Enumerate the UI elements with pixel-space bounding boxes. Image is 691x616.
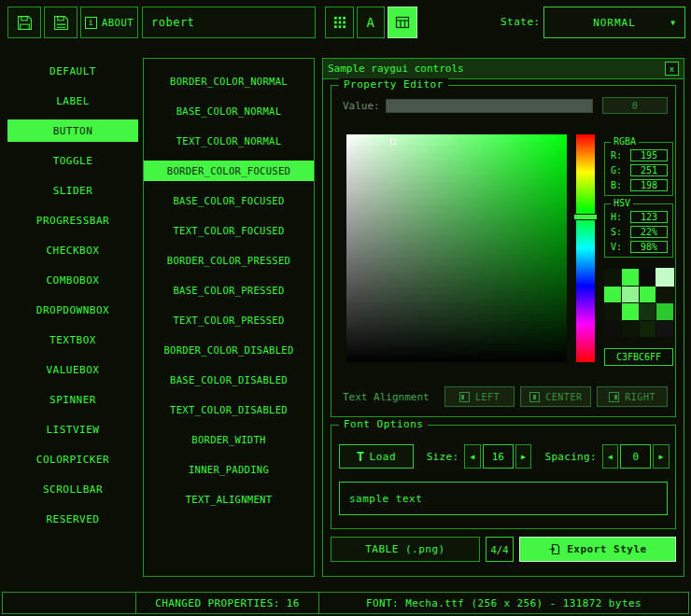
property-item[interactable]: TEXT_COLOR_PRESSED xyxy=(144,310,314,330)
palette-swatch[interactable] xyxy=(622,321,639,338)
palette-swatch-current[interactable] xyxy=(656,269,673,286)
s-valuebox[interactable]: 22% xyxy=(630,226,668,238)
control-item-colorpicker[interactable]: COLORPICKER xyxy=(7,448,138,470)
color-picker-cursor[interactable] xyxy=(390,139,396,145)
floppy-save-as-icon xyxy=(53,15,69,31)
size-label: Size: xyxy=(427,451,459,463)
about-button[interactable]: i ABOUT xyxy=(80,7,138,38)
sample-controls-window: Sample raygui controls x Property Editor… xyxy=(322,58,684,577)
palette-swatch[interactable] xyxy=(640,321,656,338)
property-item[interactable]: TEXT_COLOR_FOCUSED xyxy=(144,220,314,241)
state-dropdown-value: NORMAL xyxy=(593,17,636,29)
control-item-spinner[interactable]: SPINNER xyxy=(7,388,138,411)
property-item[interactable]: BASE_COLOR_FOCUSED xyxy=(144,190,314,211)
spacing-increment-button[interactable]: ▶ xyxy=(653,444,670,469)
v-valuebox[interactable]: 98% xyxy=(630,241,668,253)
align-right-button[interactable]: RIGHT xyxy=(597,386,668,407)
font-view-button[interactable]: A xyxy=(357,7,385,38)
palette-swatch[interactable] xyxy=(604,269,621,286)
font-options-group: Font Options T Load Size: ◀ 16 ▶ Spacing… xyxy=(331,425,676,529)
value-slider[interactable] xyxy=(386,99,593,113)
property-item[interactable]: TEXT_COLOR_DISABLED xyxy=(144,399,314,420)
g-valuebox[interactable]: 251 xyxy=(630,164,668,176)
status-bar: CHANGED PROPERTIES: 16 FONT: Mecha.ttf (… xyxy=(2,592,689,614)
rgba-row-b: B: 198 xyxy=(611,179,668,191)
close-button[interactable]: x xyxy=(665,62,679,76)
property-item[interactable]: BASE_COLOR_DISABLED xyxy=(144,370,314,390)
property-item[interactable]: BASE_COLOR_NORMAL xyxy=(144,101,314,121)
property-item-selected[interactable]: BORDER_COLOR_FOCUSED xyxy=(144,161,314,181)
rgba-label: RGBA xyxy=(611,136,639,147)
control-item-default[interactable]: DEFAULT xyxy=(7,60,138,82)
save-style-as-button[interactable] xyxy=(44,7,78,38)
property-item[interactable]: BORDER_COLOR_PRESSED xyxy=(144,250,314,271)
hue-slider-cursor[interactable] xyxy=(573,214,598,220)
property-item[interactable]: TEXT_ALIGNMENT xyxy=(144,489,314,510)
palette-swatch[interactable] xyxy=(622,269,639,286)
property-item[interactable]: TEXT_COLOR_NORMAL xyxy=(144,131,314,151)
palette-swatch[interactable] xyxy=(604,321,621,338)
export-format-button[interactable]: TABLE (.png) xyxy=(331,537,480,562)
palette-swatch[interactable] xyxy=(622,303,639,320)
spacing-decrement-button[interactable]: ◀ xyxy=(602,444,619,469)
h-valuebox[interactable]: 123 xyxy=(630,211,668,223)
about-button-label: ABOUT xyxy=(102,17,134,28)
palette-swatch[interactable] xyxy=(656,321,673,338)
size-decrement-button[interactable]: ◀ xyxy=(464,444,481,469)
align-center-button[interactable]: CENTER xyxy=(520,386,591,407)
format-counter-valuebox[interactable]: 4/4 xyxy=(486,537,514,562)
size-valuebox[interactable]: 16 xyxy=(483,444,514,469)
control-item-toggle[interactable]: TOGGLE xyxy=(7,149,138,172)
load-font-button[interactable]: T Load xyxy=(339,444,414,469)
r-valuebox[interactable]: 195 xyxy=(630,149,668,161)
property-item[interactable]: INNER_PADDING xyxy=(144,459,314,480)
control-item-slider[interactable]: SLIDER xyxy=(7,179,138,202)
palette-swatch[interactable] xyxy=(640,269,656,286)
control-item-reserved[interactable]: RESERVED xyxy=(7,508,138,530)
controls-table-view-button[interactable] xyxy=(388,7,417,38)
property-item[interactable]: BORDER_COLOR_DISABLED xyxy=(144,340,314,360)
palette-swatch[interactable] xyxy=(604,287,621,303)
align-center-label: CENTER xyxy=(545,392,582,402)
control-item-dropdownbox[interactable]: DROPDOWNBOX xyxy=(7,299,138,321)
property-item[interactable]: BORDER_COLOR_NORMAL xyxy=(144,71,314,91)
palette-swatch[interactable] xyxy=(604,303,621,320)
control-item-combobox[interactable]: COMBOBOX xyxy=(7,269,138,291)
palette-swatch[interactable] xyxy=(622,287,639,303)
control-item-listview[interactable]: LISTVIEW xyxy=(7,418,138,441)
value-button[interactable]: 0 xyxy=(602,97,668,114)
h-label: H: xyxy=(611,212,622,222)
b-valuebox[interactable]: 198 xyxy=(630,179,668,191)
palette-swatch[interactable] xyxy=(656,287,673,303)
property-item[interactable]: BASE_COLOR_PRESSED xyxy=(144,280,314,301)
control-item-label[interactable]: LABEL xyxy=(7,90,138,112)
property-item[interactable]: BORDER_WIDTH xyxy=(144,429,314,450)
export-style-button[interactable]: Export Style xyxy=(519,537,676,562)
control-item-valuebox[interactable]: VALUEBOX xyxy=(7,358,138,381)
color-picker-area[interactable] xyxy=(346,134,567,362)
chevron-down-icon: ▼ xyxy=(670,19,676,27)
font-row: T Load Size: ◀ 16 ▶ Spacing: ◀ 0 ▶ xyxy=(339,444,670,469)
hex-color-input[interactable] xyxy=(604,348,673,366)
spacing-valuebox[interactable]: 0 xyxy=(620,444,651,469)
save-style-button[interactable] xyxy=(7,7,41,38)
control-item-progressbar[interactable]: PROGRESSBAR xyxy=(7,209,138,231)
size-increment-button[interactable]: ▶ xyxy=(515,444,532,469)
style-name-input[interactable] xyxy=(142,7,316,38)
palette-swatch[interactable] xyxy=(640,303,656,320)
control-item-scrollbar[interactable]: SCROLLBAR xyxy=(7,478,138,500)
palette-swatch[interactable] xyxy=(640,287,656,303)
table-icon xyxy=(395,15,410,30)
control-item-button[interactable]: BUTTON xyxy=(7,119,138,142)
align-left-button[interactable]: LEFT xyxy=(444,386,515,407)
state-dropdown[interactable]: NORMAL ▼ xyxy=(543,7,685,38)
palette-swatch[interactable] xyxy=(656,303,673,320)
grid-icon xyxy=(333,16,346,29)
grid-view-button[interactable] xyxy=(325,7,354,38)
sample-text-input[interactable] xyxy=(339,482,668,515)
property-editor-label: Property Editor xyxy=(339,78,448,91)
hue-slider-bar[interactable] xyxy=(576,134,595,362)
control-item-textbox[interactable]: TEXTBOX xyxy=(7,329,138,351)
control-item-checkbox[interactable]: CHECKBOX xyxy=(7,239,138,261)
properties-list: BORDER_COLOR_NORMAL BASE_COLOR_NORMAL TE… xyxy=(143,58,315,577)
